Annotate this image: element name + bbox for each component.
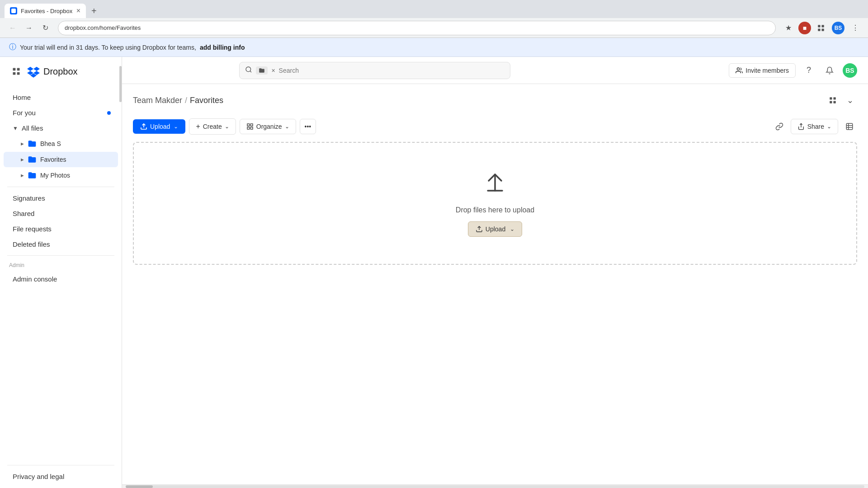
tab-title: Favorites - Dropbox <box>21 8 73 14</box>
admin-section-label: Admin <box>0 259 122 271</box>
sidebar-item-signatures[interactable]: Signatures <box>4 191 118 206</box>
sidebar-item-deleted-files[interactable]: Deleted files <box>4 237 118 252</box>
svg-rect-12 <box>834 97 836 99</box>
invite-label: Invite members <box>745 67 789 74</box>
sidebar-all-files-section[interactable]: ▼ All files <box>4 121 118 136</box>
app-header: × Invite members ? BS <box>122 57 868 84</box>
upload-arrow-icon <box>481 170 509 199</box>
svg-rect-13 <box>830 101 832 103</box>
create-label: Create <box>203 123 222 130</box>
share-button[interactable]: Share ⌄ <box>791 119 838 134</box>
user-avatar[interactable]: BS <box>843 63 857 78</box>
bookmark-button[interactable]: ★ <box>781 21 796 35</box>
organize-chevron: ⌄ <box>285 123 289 130</box>
search-input[interactable] <box>279 67 505 74</box>
main-content: × Invite members ? BS <box>122 57 868 488</box>
more-options-button[interactable]: ••• <box>300 119 316 134</box>
back-button[interactable]: ← <box>5 21 20 35</box>
address-bar[interactable]: dropbox.com/home/Favorites <box>58 21 776 35</box>
search-clear-button[interactable]: × <box>271 67 275 74</box>
extension-icon[interactable]: ■ <box>798 22 811 34</box>
sidebar-footer: Privacy and legal <box>0 458 122 488</box>
sidebar-tree-item-myphotos[interactable]: ► My Photos <box>4 168 118 183</box>
svg-rect-7 <box>17 72 20 75</box>
profile-button[interactable]: BS <box>831 21 845 35</box>
notifications-button[interactable] <box>822 63 837 78</box>
svg-rect-4 <box>13 68 16 71</box>
svg-rect-21 <box>846 123 853 130</box>
trial-banner: ⓘ Your trial will end in 31 days. To kee… <box>0 38 868 57</box>
deleted-files-label: Deleted files <box>13 240 50 248</box>
view-controls: ⌄ <box>826 93 857 108</box>
new-tab-button[interactable]: + <box>88 6 100 15</box>
sidebar-tree-item-bhea[interactable]: ► Bhea S <box>4 136 118 151</box>
create-button[interactable]: + Create ⌄ <box>189 118 236 135</box>
sidebar-tree-item-favorites[interactable]: ► Favorites <box>4 152 118 167</box>
search-folder-filter[interactable] <box>256 66 268 75</box>
horizontal-scrollbar[interactable] <box>122 484 868 488</box>
sidebar-item-for-you[interactable]: For you <box>4 105 118 120</box>
browser-navbar: ← → ↻ dropbox.com/home/Favorites ★ ■ BS … <box>0 18 868 38</box>
grid-view-button[interactable] <box>826 93 840 108</box>
menu-button[interactable]: ⋮ <box>848 21 863 35</box>
search-icon-button[interactable] <box>245 66 252 75</box>
sidebar-divider-1 <box>7 187 114 187</box>
all-files-label: All files <box>22 124 43 132</box>
drop-zone[interactable]: Drop files here to upload Upload ⌄ <box>133 142 857 265</box>
help-button[interactable]: ? <box>801 63 816 78</box>
organize-button[interactable]: Organize ⌄ <box>240 119 296 134</box>
sidebar-scrollbar[interactable] <box>119 57 122 488</box>
link-button[interactable] <box>772 119 787 134</box>
apps-grid-button[interactable] <box>9 64 24 79</box>
breadcrumb-current: Favorites <box>190 96 223 105</box>
sidebar-for-you-label: For you <box>13 109 36 117</box>
sidebar-item-home[interactable]: Home <box>4 90 118 105</box>
dropbox-logo[interactable]: Dropbox <box>27 65 78 78</box>
breadcrumb: Team Makder / Favorites <box>133 96 223 105</box>
bhea-label: Bhea S <box>40 140 61 147</box>
toolbar: Upload ⌄ + Create ⌄ Organize ⌄ ••• <box>122 115 868 142</box>
create-plus-icon: + <box>196 122 200 131</box>
url-text: dropbox.com/home/Favorites <box>65 24 769 31</box>
dropbox-logo-text: Dropbox <box>43 66 78 77</box>
svg-rect-16 <box>247 124 250 126</box>
drop-upload-chevron: ⌄ <box>510 226 514 232</box>
drop-icon <box>481 170 509 199</box>
sidebar-nav: Home For you ▼ All files ► <box>0 86 122 291</box>
browser-chrome: Favorites - Dropbox × + ← → ↻ dropbox.co… <box>0 0 868 38</box>
scrollbar-thumb <box>126 485 153 488</box>
search-bar-container[interactable]: × <box>239 62 510 79</box>
scrollbar-track <box>126 485 864 488</box>
billing-link[interactable]: add billing info <box>200 44 245 51</box>
sidebar-item-file-requests[interactable]: File requests <box>4 221 118 236</box>
svg-rect-0 <box>818 25 820 27</box>
view-chevron-button[interactable]: ⌄ <box>843 93 857 108</box>
sidebar-item-admin-console[interactable]: Admin console <box>4 272 118 286</box>
svg-rect-5 <box>17 68 20 71</box>
drop-text: Drop files here to upload <box>456 206 534 214</box>
upload-label: Upload <box>150 123 170 130</box>
content-header: Team Makder / Favorites ⌄ <box>122 84 868 115</box>
header-right: Invite members ? BS <box>729 63 857 78</box>
table-view-button[interactable] <box>842 119 857 134</box>
invite-members-button[interactable]: Invite members <box>729 63 796 78</box>
app-layout: Dropbox Home For you ▼ <box>0 57 868 488</box>
svg-rect-17 <box>250 124 253 126</box>
svg-rect-6 <box>13 72 16 75</box>
sidebar-divider-2 <box>7 255 114 256</box>
sidebar-item-privacy[interactable]: Privacy and legal <box>4 469 118 484</box>
admin-console-label: Admin console <box>13 275 57 283</box>
browser-tab-active[interactable]: Favorites - Dropbox × <box>5 4 86 18</box>
tab-close-button[interactable]: × <box>76 7 80 15</box>
breadcrumb-parent[interactable]: Team Makder <box>133 96 182 105</box>
drop-upload-button[interactable]: Upload ⌄ <box>468 221 522 237</box>
extensions-button[interactable] <box>814 21 828 35</box>
forward-button[interactable]: → <box>22 21 36 35</box>
browser-nav-icons: ★ ■ BS ⋮ <box>781 21 863 35</box>
footer-divider <box>7 465 114 465</box>
reload-button[interactable]: ↻ <box>38 21 52 35</box>
myphotos-tree-chevron: ► <box>20 173 25 178</box>
sidebar-item-shared[interactable]: Shared <box>4 206 118 221</box>
shared-label: Shared <box>13 210 34 217</box>
upload-button[interactable]: Upload ⌄ <box>133 119 185 134</box>
